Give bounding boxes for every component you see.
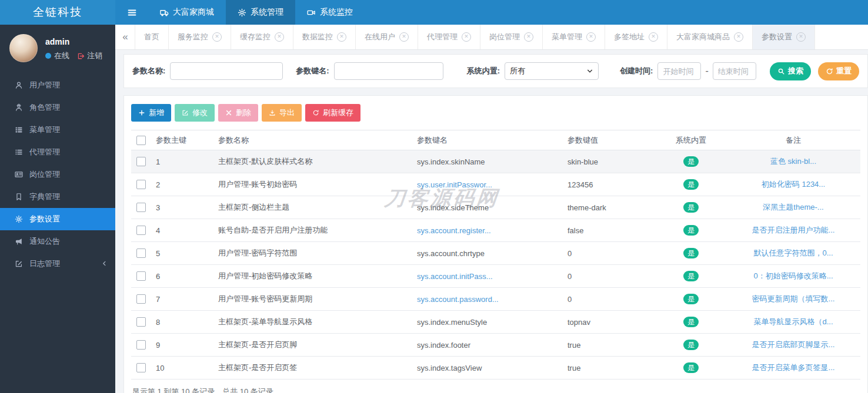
search-panel: 参数名称: 参数键名: 系统内置: 所有 创建时间: - 搜索 重置 [123,54,868,88]
param-key-label: 参数键名: [296,66,329,76]
tab-岗位管理[interactable]: 岗位管理✕ [480,25,543,49]
reset-button-label: 重置 [836,66,852,76]
remark-link[interactable]: 0：初始密码修改策略... [753,271,833,280]
remark-link[interactable]: 是否开启菜单多页签显... [752,363,835,372]
toolbar-button-label: 导出 [279,108,295,118]
end-time-input[interactable] [713,62,756,80]
row-checkbox[interactable] [136,203,146,212]
tab-参数设置[interactable]: 参数设置✕ [752,25,815,49]
table-row: 1主框架页-默认皮肤样式名称sys.index.skinNameskin-blu… [131,150,860,173]
sidebar-item-岗位管理[interactable]: 岗位管理 [0,163,115,186]
param-key-text[interactable]: sys.account.register... [417,226,491,235]
remark-link[interactable]: 默认任意字符范围，0... [753,248,833,257]
sidebar-item-代理管理[interactable]: 代理管理 [0,141,115,163]
remark-link[interactable]: 是否开启注册用户功能... [752,226,835,234]
sidebar-item-角色管理[interactable]: 角色管理 [0,96,115,119]
tab-服务监控[interactable]: 服务监控✕ [168,25,231,49]
sidebar-item-菜单管理[interactable]: 菜单管理 [0,119,115,141]
search-button[interactable]: 搜索 [770,62,811,80]
builtin-select-value: 所有 [510,66,525,76]
tab-close-icon[interactable]: ✕ [212,32,222,42]
topnav-item-大富家商城[interactable]: 大富家商城 [148,0,226,25]
plus-icon [138,109,145,116]
param-value-cell: false [563,219,656,242]
topnav-item-系统管理[interactable]: 系统管理 [226,0,295,25]
online-dot-icon [45,53,51,59]
param-key-text: sys.index.footer [417,341,470,350]
tab-多签地址[interactable]: 多签地址✕ [605,25,667,49]
row-checkbox[interactable] [136,317,146,327]
user-icon [15,81,23,89]
新增-button[interactable]: 新增 [131,104,171,122]
topnav-item-系统监控[interactable]: 系统监控 [295,0,365,25]
param-key-text: sys.index.menuStyle [417,318,487,327]
truck-icon [160,8,169,17]
row-checkbox[interactable] [136,180,146,189]
remark-link[interactable]: 密码更新周期（填写数... [752,294,835,303]
row-checkbox[interactable] [136,340,146,350]
remark-link[interactable]: 蓝色 skin-bl... [770,157,816,166]
row-checkbox[interactable] [136,363,146,372]
row-checkbox[interactable] [136,226,146,235]
logout-button[interactable]: 注销 [77,51,102,61]
remark-cell: 是否开启注册用户功能... [726,219,860,242]
top-nav: 大富家商城系统管理系统监控 [148,0,365,25]
row-checkbox[interactable] [136,294,146,304]
tab-close-icon[interactable]: ✕ [586,32,596,42]
sidebar-item-参数设置[interactable]: 参数设置 [0,208,115,230]
tab-close-icon[interactable]: ✕ [275,32,284,42]
tab-代理管理[interactable]: 代理管理✕ [418,25,480,49]
tab-在线用户[interactable]: 在线用户✕ [355,25,418,49]
tab-close-icon[interactable]: ✕ [734,32,743,42]
sidebar-item-用户管理[interactable]: 用户管理 [0,74,115,96]
param-key-cell: sys.index.sideTheme [412,196,563,219]
sidebar-item-通知公告[interactable]: 通知公告 [0,230,115,253]
param-value-cell: theme-dark [563,196,656,219]
remark-link[interactable]: 初始化密码 1234... [762,180,825,189]
tab-close-icon[interactable]: ✕ [524,32,533,42]
param-key-input[interactable] [334,62,443,80]
download-icon [269,109,276,116]
row-checkbox[interactable] [136,248,146,258]
param-key-text[interactable]: sys.account.password... [417,295,499,304]
tab-close-icon[interactable]: ✕ [399,32,409,42]
tab-数据监控[interactable]: 数据监控✕ [293,25,356,49]
chevron-down-icon [586,68,593,75]
tab-菜单管理[interactable]: 菜单管理✕ [542,25,605,49]
sidebar-item-label: 用户管理 [29,80,60,90]
sidebar-item-日志管理[interactable]: 日志管理 [0,253,115,275]
tab-label: 代理管理 [427,32,458,42]
refresh-icon [312,109,319,116]
param-name-input[interactable] [170,62,283,80]
range-separator: - [705,66,708,76]
sidebar-item-字典管理[interactable]: 字典管理 [0,186,115,208]
builtin-select[interactable]: 所有 [505,62,599,80]
param-key-text[interactable]: sys.user.initPasswor... [417,180,492,189]
tabs-collapse-button[interactable]: « [115,25,135,49]
param-key-cell: sys.user.initPasswor... [412,173,563,196]
tab-close-icon[interactable]: ✕ [796,32,806,42]
tab-close-icon[interactable]: ✕ [337,32,346,42]
tab-大富家商城商品[interactable]: 大富家商城商品✕ [667,25,753,49]
sidebar-item-label: 菜单管理 [29,125,60,135]
tab-close-icon[interactable]: ✕ [649,32,658,42]
select-all-checkbox[interactable] [136,136,146,145]
user-panel: admin 在线 注销 [0,25,115,68]
remark-link[interactable]: 是否开启底部页脚显示... [752,340,835,349]
remark-link[interactable]: 菜单导航显示风格（d... [753,317,833,326]
row-checkbox[interactable] [136,271,146,281]
param-key-text[interactable]: sys.account.initPass... [417,272,493,281]
tab-首页[interactable]: 首页 [135,25,169,49]
avatar[interactable] [9,34,38,62]
tab-close-icon[interactable]: ✕ [462,32,471,42]
刷新缓存-button[interactable]: 刷新缓存 [305,104,360,122]
sidebar-toggle-button[interactable] [115,0,148,25]
start-time-input[interactable] [657,62,701,80]
导出-button[interactable]: 导出 [262,104,302,122]
builtin-cell: 是 [656,311,726,334]
remark-link[interactable]: 深黑主题theme-... [763,203,823,211]
sidebar-item-label: 角色管理 [29,102,60,113]
tab-缓存监控[interactable]: 缓存监控✕ [231,25,293,49]
row-checkbox[interactable] [136,157,146,166]
reset-button[interactable]: 重置 [818,62,859,80]
